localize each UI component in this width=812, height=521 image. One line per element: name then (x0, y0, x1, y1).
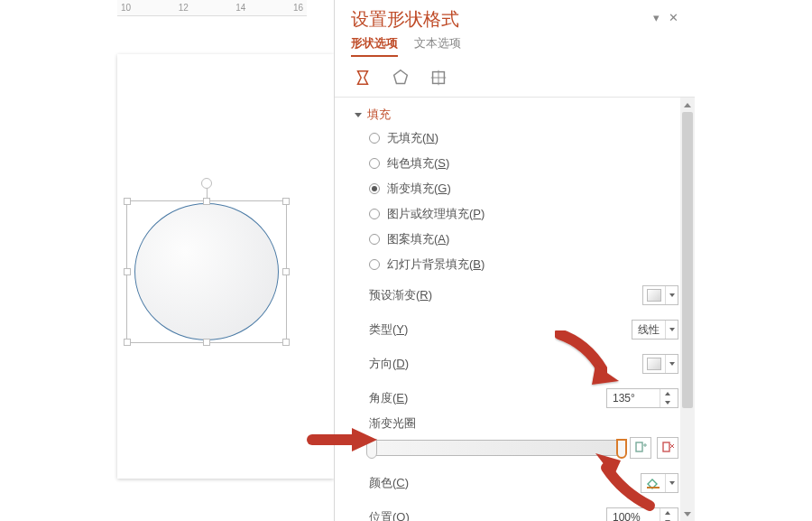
radio-pattern-fill[interactable]: 图案填充(A) (369, 231, 678, 247)
paint-bucket-icon (645, 477, 661, 489)
gradient-type-dropdown[interactable]: 线性 (632, 320, 678, 340)
resize-handle-n[interactable] (203, 198, 210, 205)
caret-down-icon (355, 113, 362, 117)
radio-icon (369, 259, 380, 270)
ruler-tick: 14 (235, 3, 245, 13)
stop-position-spinbox[interactable] (606, 507, 678, 521)
radio-icon (369, 183, 380, 194)
panel-title: 设置形状格式 (351, 7, 459, 32)
panel-scrollbar[interactable] (680, 98, 695, 521)
ruler-tick: 10 (121, 3, 131, 13)
radio-picture-fill[interactable]: 图片或纹理填充(P) (369, 206, 678, 222)
chevron-down-icon (665, 286, 678, 304)
gradient-stop-thumb[interactable] (366, 439, 377, 459)
rotate-stem (207, 189, 208, 198)
fill-section-header[interactable]: 填充 (338, 103, 695, 126)
fill-section-title: 填充 (367, 107, 391, 123)
radio-no-fill[interactable]: 无填充(N) (369, 130, 678, 146)
gradient-stops-section: 渐变光圈 (338, 414, 695, 462)
stop-color-label: 颜色(C) (369, 475, 409, 491)
radio-gradient-fill[interactable]: 渐变填充(G) (369, 181, 678, 197)
svg-rect-4 (636, 442, 642, 451)
gradient-direction-label: 方向(D) (369, 356, 409, 372)
scroll-down-button[interactable] (680, 507, 695, 521)
resize-handle-e[interactable] (282, 268, 290, 275)
direction-swatch-icon (647, 358, 661, 370)
add-gradient-stop-button[interactable] (630, 437, 651, 459)
fill-line-icon[interactable] (351, 66, 374, 89)
gradient-angle-label: 角度(E) (369, 390, 408, 406)
tab-text-options[interactable]: 文本选项 (414, 35, 461, 57)
resize-handle-se[interactable] (282, 339, 290, 346)
resize-handle-ne[interactable] (282, 198, 290, 205)
radio-icon (369, 234, 380, 245)
svg-rect-7 (663, 442, 669, 451)
format-shape-panel: 设置形状格式 ▾ ✕ 形状选项 文本选项 填充 无填充(N) (334, 0, 695, 521)
gradient-stops-track[interactable] (369, 440, 624, 456)
gradient-angle-spinbox[interactable] (606, 388, 678, 408)
spin-down-icon[interactable] (660, 517, 674, 521)
ruler-tick: 16 (293, 3, 303, 13)
ruler-tick: 12 (179, 3, 189, 13)
stop-position-input[interactable] (607, 508, 660, 521)
stop-color-dropdown[interactable] (641, 473, 678, 493)
gradient-angle-input[interactable] (607, 389, 660, 407)
radio-icon (369, 209, 380, 219)
chevron-down-icon (665, 321, 678, 339)
radio-solid-fill[interactable]: 纯色填充(S) (369, 155, 678, 172)
radio-slide-bg-fill[interactable]: 幻灯片背景填充(B) (369, 256, 678, 273)
gradient-stops-label: 渐变光圈 (369, 415, 678, 432)
scroll-thumb[interactable] (682, 112, 693, 408)
panel-close-icon[interactable]: ✕ (669, 11, 678, 24)
gradient-controls: 预设渐变(R) 类型(Y) 线性 方向(D) (338, 282, 695, 414)
panel-tabs: 形状选项 文本选项 (335, 33, 695, 57)
panel-scroll-area: 填充 无填充(N) 纯色填充(S) 渐变填充(G) 图片或纹理填充(P) 图案填… (335, 98, 695, 521)
remove-gradient-stop-button[interactable] (657, 437, 678, 459)
gradient-stop-thumb[interactable] (616, 439, 627, 459)
fill-type-radio-group: 无填充(N) 纯色填充(S) 渐变填充(G) 图片或纹理填充(P) 图案填充(A… (338, 126, 695, 282)
gradient-type-value: 线性 (632, 322, 665, 338)
spin-up-icon[interactable] (660, 389, 674, 398)
chevron-down-icon (665, 355, 678, 373)
spin-down-icon[interactable] (660, 398, 674, 407)
rotate-handle[interactable] (201, 178, 212, 189)
shape-selection-box[interactable] (126, 200, 287, 343)
preset-gradient-label: 预设渐变(R) (369, 287, 432, 303)
svg-marker-0 (394, 70, 408, 84)
oval-shape[interactable] (134, 203, 279, 340)
slide-canvas-area: 10 12 14 16 (0, 0, 334, 521)
radio-icon (369, 133, 380, 144)
resize-handle-sw[interactable] (124, 339, 131, 346)
preset-swatch-icon (647, 289, 661, 302)
resize-handle-w[interactable] (124, 268, 131, 275)
resize-handle-nw[interactable] (124, 198, 131, 205)
resize-handle-s[interactable] (203, 339, 210, 346)
preset-gradient-dropdown[interactable] (642, 285, 678, 305)
tab-shape-options[interactable]: 形状选项 (351, 35, 398, 57)
panel-category-icons (335, 57, 695, 98)
radio-icon (369, 158, 380, 169)
gradient-type-label: 类型(Y) (369, 321, 408, 338)
svg-rect-10 (647, 487, 660, 488)
size-properties-icon[interactable] (427, 66, 450, 89)
effects-icon[interactable] (389, 66, 412, 89)
horizontal-ruler: 10 12 14 16 (117, 0, 307, 16)
spin-up-icon[interactable] (660, 508, 674, 517)
scroll-up-button[interactable] (680, 98, 695, 112)
panel-header: 设置形状格式 ▾ ✕ (335, 0, 695, 33)
panel-menu-caret-icon[interactable]: ▾ (653, 11, 660, 24)
scroll-track[interactable] (680, 112, 695, 507)
chevron-down-icon (665, 474, 678, 492)
gradient-direction-dropdown[interactable] (642, 354, 678, 374)
stop-position-label: 位置(O) (369, 509, 410, 521)
